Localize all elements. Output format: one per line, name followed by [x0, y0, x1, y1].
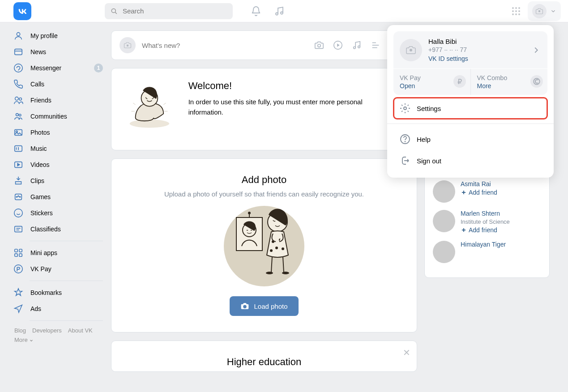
sidebar-item-vk-pay[interactable]: VK Pay — [13, 261, 107, 277]
svg-line-51 — [163, 103, 166, 105]
article-icon[interactable] — [371, 40, 380, 50]
vk-combo-tile[interactable]: VK Combo More — [471, 69, 548, 95]
sidebar-item-communities[interactable]: Communities — [13, 108, 107, 124]
nav-icon — [13, 31, 23, 41]
post-input[interactable] — [142, 42, 308, 49]
search-box[interactable] — [105, 3, 233, 19]
nav-icon — [13, 192, 23, 202]
vk-logo[interactable] — [13, 2, 31, 20]
svg-point-12 — [518, 13, 520, 15]
nav-icon — [13, 144, 23, 153]
sidebar-item-classifieds[interactable]: Classifieds — [13, 221, 107, 237]
svg-point-40 — [127, 45, 129, 47]
search-input[interactable] — [123, 7, 227, 15]
music-icon[interactable] — [352, 40, 362, 50]
svg-point-56 — [248, 212, 251, 214]
dropdown-user-phone: +977 ·· ·· ·· 77 — [428, 46, 468, 53]
svg-point-8 — [515, 10, 517, 12]
svg-point-23 — [16, 114, 19, 116]
svg-point-24 — [19, 114, 21, 116]
svg-point-65 — [282, 272, 289, 274]
svg-point-63 — [270, 249, 273, 252]
sidebar-item-clips[interactable]: Clips — [13, 173, 107, 189]
sidebar-item-photos[interactable]: Photos — [13, 124, 107, 141]
person-name[interactable]: Marlen Shtern — [461, 210, 510, 217]
welcome-illustration — [123, 80, 177, 138]
badge: 1 — [94, 64, 103, 72]
avatar-placeholder-icon — [120, 37, 136, 53]
svg-rect-36 — [19, 249, 22, 252]
sidebar-item-stickers[interactable]: Stickers — [13, 205, 107, 221]
nav-icon — [13, 79, 23, 89]
dropdown-help[interactable]: Help — [393, 128, 547, 150]
sidebar-item-mini-apps[interactable]: Mini apps — [13, 245, 107, 261]
svg-line-50 — [133, 103, 136, 105]
avatar[interactable] — [433, 210, 455, 232]
nav-icon — [13, 128, 23, 137]
add-friend-link[interactable]: Add friend — [461, 226, 510, 234]
svg-point-22 — [19, 98, 22, 101]
sidebar-item-friends[interactable]: Friends — [13, 92, 107, 108]
pymk-person: Marlen ShternInstitute of ScienceAdd fri… — [433, 210, 541, 234]
dropdown-profile-card[interactable]: Halla Bibi +977 ·· ·· ·· 77 VK ID settin… — [393, 31, 547, 68]
svg-point-17 — [17, 33, 20, 36]
profile-menu-button[interactable] — [528, 1, 561, 21]
welcome-card: Welcome! In order to use this site fully… — [111, 68, 417, 150]
svg-point-30 — [20, 196, 21, 197]
dropdown-signout[interactable]: Sign out — [393, 150, 547, 171]
sidebar-item-videos[interactable]: Videos — [13, 157, 107, 173]
svg-point-4 — [512, 7, 514, 9]
footer-blog[interactable]: Blog — [14, 327, 26, 334]
svg-point-39 — [14, 265, 22, 273]
welcome-title: Welcome! — [188, 80, 399, 92]
camera-icon[interactable] — [314, 40, 324, 50]
chevron-down-icon — [550, 8, 556, 14]
apps-grid-icon[interactable] — [508, 3, 524, 19]
sidebar-item-ads[interactable]: Ads — [13, 301, 107, 317]
close-icon[interactable]: ✕ — [403, 347, 410, 358]
footer-about[interactable]: About VK — [68, 327, 93, 334]
avatar-placeholder-icon — [532, 4, 547, 18]
svg-point-64 — [266, 272, 273, 274]
sidebar-item-bookmarks[interactable]: Bookmarks — [13, 285, 107, 301]
svg-point-43 — [354, 47, 356, 49]
vk-id-settings-link[interactable]: VK ID settings — [428, 55, 468, 62]
nav-icon — [13, 248, 23, 258]
svg-point-41 — [318, 44, 320, 47]
person-name[interactable]: Himalayan Tiger — [461, 241, 506, 248]
svg-point-31 — [14, 209, 22, 217]
sidebar-item-music[interactable]: Music — [13, 141, 107, 157]
gear-icon — [400, 103, 410, 114]
load-photo-button[interactable]: Load photo — [230, 296, 298, 316]
sidebar-item-my-profile[interactable]: My profile — [13, 28, 107, 44]
svg-point-7 — [512, 10, 514, 12]
bell-icon[interactable] — [251, 6, 261, 17]
post-box[interactable] — [111, 30, 417, 60]
sidebar-item-games[interactable]: Games — [13, 189, 107, 205]
sidebar-item-messenger[interactable]: Messenger1 — [13, 60, 107, 76]
svg-point-21 — [15, 97, 18, 100]
add-friend-link[interactable]: Add friend — [461, 189, 497, 196]
svg-point-61 — [275, 247, 278, 249]
add-photo-card: Add photo Upload a photo of yourself so … — [111, 158, 417, 332]
vk-pay-tile[interactable]: VK Pay Open ₽ — [393, 69, 471, 95]
video-icon[interactable] — [333, 40, 343, 50]
dropdown-settings[interactable]: Settings — [393, 98, 547, 119]
nav-icon — [13, 264, 23, 274]
sidebar-item-calls[interactable]: Calls — [13, 76, 107, 92]
footer-more[interactable]: More — [14, 337, 34, 343]
music-icon[interactable] — [274, 6, 285, 17]
chevron-right-icon — [531, 45, 541, 55]
svg-point-62 — [282, 247, 284, 250]
svg-point-11 — [515, 13, 517, 15]
signout-icon — [400, 155, 410, 166]
person-name[interactable]: Asmita Rai — [461, 180, 497, 187]
ruble-icon: ₽ — [453, 75, 466, 88]
nav-icon — [13, 208, 23, 218]
svg-rect-18 — [15, 49, 22, 55]
avatar[interactable] — [433, 180, 455, 203]
footer-developers[interactable]: Developers — [32, 327, 62, 334]
sidebar-item-news[interactable]: News — [13, 44, 107, 60]
pymk-person: Asmita RaiAdd friend — [433, 180, 541, 203]
avatar[interactable] — [433, 241, 455, 263]
